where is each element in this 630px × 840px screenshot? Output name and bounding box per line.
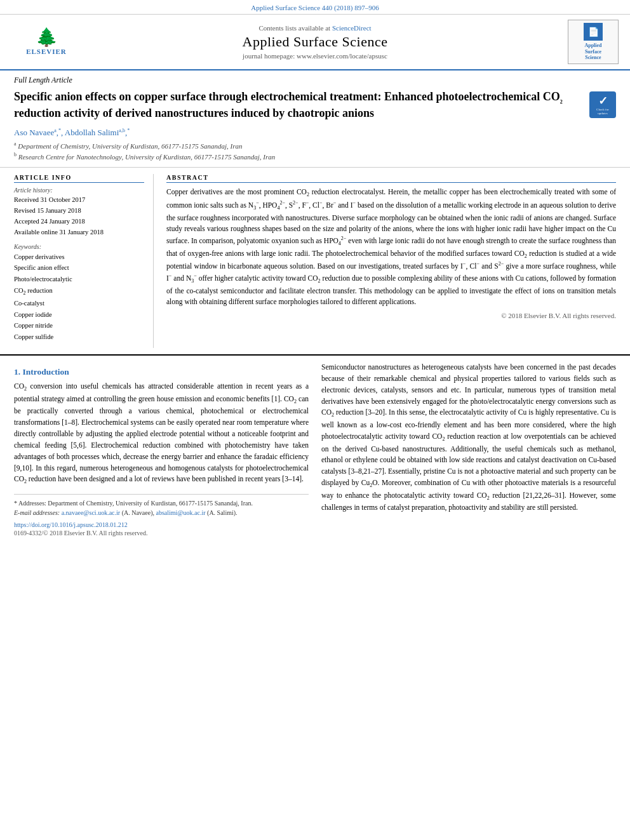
affiliations: a Department of Chemistry, University of… (14, 140, 582, 162)
available-date: Available online 31 January 2018 (14, 227, 144, 238)
affiliation-a: a Department of Chemistry, University of… (14, 140, 582, 151)
banner-center: Contents lists available at ScienceDirec… (81, 24, 549, 60)
elsevier-logo: 🌲 ELSEVIER (11, 29, 81, 55)
footnote-section: * Addresses: Department of Chemistry, Un… (14, 494, 309, 517)
abstract-title: ABSTRACT (166, 174, 616, 183)
tree-icon: 🌲 (36, 29, 58, 46)
received-date: Received 31 October 2017 (14, 195, 144, 206)
article-title: Specific anion effects on copper surface… (14, 89, 582, 121)
keyword-list: Copper derivatives Specific anion effect… (14, 251, 144, 343)
keywords-label: Keywords: (14, 243, 144, 250)
logo-title: AppliedSurfaceScience (584, 43, 601, 61)
footnote-emails: E-mail addresses: a.navaee@sci.uok.ac.ir… (14, 508, 309, 517)
journal-title: Applied Surface Science (81, 34, 549, 50)
article-info-title: ARTICLE INFO (14, 174, 144, 183)
check-icon: ✓ (598, 94, 608, 108)
journal-logo-box: 📄 AppliedSurfaceScience (568, 20, 619, 64)
journal-header-text: Applied Surface Science 440 (2018) 897–9… (251, 4, 379, 11)
issn-section: 0169-4332/© 2018 Elsevier B.V. All right… (14, 530, 309, 537)
keywords-block: Keywords: Copper derivatives Specific an… (14, 243, 144, 343)
banner-right: 📄 AppliedSurfaceScience (549, 20, 619, 64)
authors: Aso Navaeea,*, Abdollah Salimia,b,* (14, 128, 582, 138)
keyword-2: Specific anion effect (14, 262, 144, 274)
article-title-section: Specific anion effects on copper surface… (0, 86, 630, 168)
history-label: Article history: (14, 187, 144, 194)
intro-heading: 1. Introduction (14, 367, 309, 377)
keyword-4: CO2 reduction (14, 285, 144, 298)
email-link-1[interactable]: a.navaee@sci.uok.ac.ir (62, 509, 121, 516)
elsevier-logo-section: 🌲 ELSEVIER (11, 29, 81, 55)
left-column: 1. Introduction CO2 conversion into usef… (14, 362, 309, 537)
history-block: Article history: Received 31 October 201… (14, 187, 144, 237)
main-content: 1. Introduction CO2 conversion into usef… (0, 356, 630, 543)
journal-banner: 🌲 ELSEVIER Contents lists available at S… (0, 15, 630, 70)
revised-date: Revised 15 January 2018 (14, 206, 144, 217)
journal-url: journal homepage: www.elsevier.com/locat… (81, 52, 549, 60)
email-link-2[interactable]: absalimi@uok.ac.ir (156, 509, 205, 516)
keyword-7: Copper nitride (14, 320, 144, 331)
right-column: Semiconductor nanostructures as heteroge… (321, 362, 616, 537)
journal-header: Applied Surface Science 440 (2018) 897–9… (0, 0, 630, 15)
contents-line: Contents lists available at ScienceDirec… (81, 24, 549, 32)
footnote-addresses: * Addresses: Department of Chemistry, Un… (14, 498, 309, 508)
badge-text: Check forupdates (596, 108, 609, 116)
keyword-3: Photo/electrocatalytic (14, 274, 144, 285)
keyword-8: Copper sulfide (14, 331, 144, 343)
article-type: Full Length Article (0, 70, 630, 86)
check-for-updates-badge: ✓ Check forupdates (589, 91, 616, 118)
keyword-1: Copper derivatives (14, 251, 144, 263)
doi-section[interactable]: https://doi.org/10.1016/j.apsusc.2018.01… (14, 521, 309, 528)
intro-right-text: Semiconductor nanostructures as heteroge… (321, 362, 616, 514)
keyword-6: Copper iodide (14, 309, 144, 321)
copyright-line: © 2018 Elsevier B.V. All rights reserved… (166, 312, 616, 319)
keyword-5: Co-catalyst (14, 298, 144, 309)
abstract-section: ABSTRACT Copper derivatives are the most… (166, 174, 616, 348)
article-info-section: ARTICLE INFO Article history: Received 3… (0, 168, 630, 356)
affiliation-b: b Research Centre for Nanotechnology, Un… (14, 151, 582, 162)
sciencedirect-link[interactable]: ScienceDirect (332, 24, 372, 32)
elsevier-text: ELSEVIER (26, 48, 67, 55)
accepted-date: Accepted 24 January 2018 (14, 217, 144, 227)
article-info-left: ARTICLE INFO Article history: Received 3… (14, 174, 154, 348)
abstract-text: Copper derivatives are the most prominen… (166, 187, 616, 308)
article-title-text: Specific anion effects on copper surface… (14, 89, 582, 162)
intro-left-text: CO2 conversion into useful chemicals has… (14, 381, 309, 486)
doi-link[interactable]: https://doi.org/10.1016/j.apsusc.2018.01… (14, 521, 128, 528)
